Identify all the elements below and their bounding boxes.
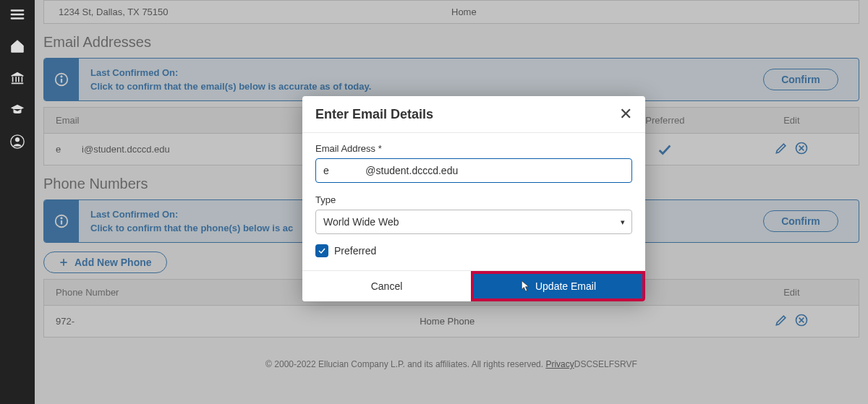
- email-field[interactable]: [315, 158, 632, 183]
- type-select[interactable]: World Wide Web: [315, 210, 632, 234]
- type-field-label: Type: [315, 194, 632, 205]
- modal-title: Enter Email Details: [315, 107, 433, 122]
- update-email-label: Update Email: [535, 280, 596, 292]
- user-icon[interactable]: [9, 133, 26, 150]
- preferred-label: Preferred: [334, 245, 376, 257]
- email-field-label: Email Address *: [315, 143, 632, 154]
- update-email-button[interactable]: Update Email: [474, 274, 642, 298]
- close-icon[interactable]: ✕: [619, 106, 632, 122]
- email-details-modal: Enter Email Details ✕ Email Address * Ty…: [302, 96, 645, 301]
- graduation-icon[interactable]: [9, 101, 26, 119]
- main-content: 1234 St, Dallas, TX 75150 Home Email Add…: [35, 0, 868, 404]
- preferred-checkbox[interactable]: [315, 244, 328, 257]
- update-button-highlight: Update Email: [471, 271, 645, 301]
- menu-icon[interactable]: [9, 6, 26, 23]
- home-icon[interactable]: [9, 38, 26, 55]
- svg-point-1: [15, 138, 20, 142]
- left-nav: [0, 0, 35, 404]
- cursor-icon: [520, 280, 531, 293]
- institution-icon[interactable]: [9, 69, 26, 87]
- cancel-button[interactable]: Cancel: [302, 271, 471, 301]
